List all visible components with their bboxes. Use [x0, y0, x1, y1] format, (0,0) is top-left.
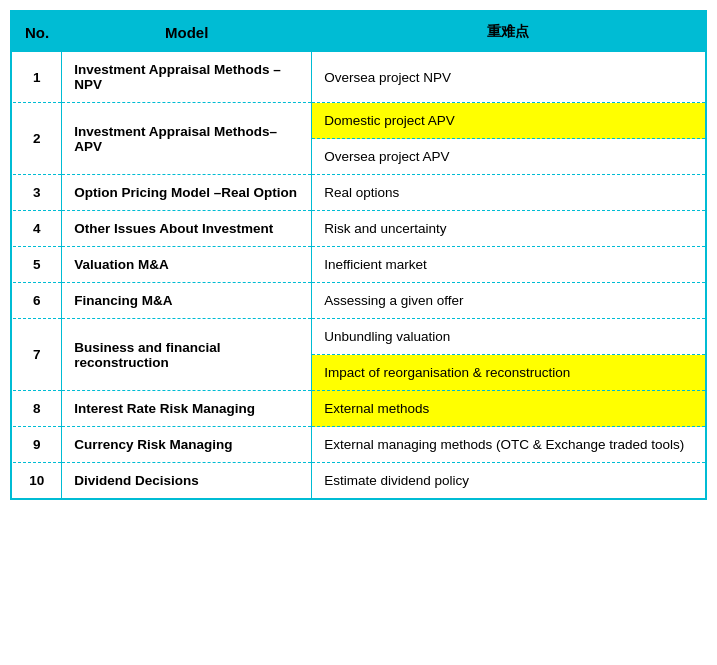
- cell-model: Investment Appraisal Methods –NPV: [62, 52, 312, 103]
- cell-no: 9: [13, 427, 62, 463]
- cell-no: 2: [13, 103, 62, 175]
- cell-no: 3: [13, 175, 62, 211]
- cell-no: 5: [13, 247, 62, 283]
- cell-detail: Oversea project APV: [312, 139, 705, 175]
- table-row: 10Dividend DecisionsEstimate dividend po…: [13, 463, 705, 499]
- cell-detail: External methods: [312, 391, 705, 427]
- cell-no: 4: [13, 211, 62, 247]
- cell-detail: Risk and uncertainty: [312, 211, 705, 247]
- header-no: No.: [13, 13, 62, 52]
- cell-detail: Domestic project APV: [312, 103, 705, 139]
- table-body: 1Investment Appraisal Methods –NPVOverse…: [13, 52, 705, 499]
- table-header-row: No. Model 重难点: [13, 13, 705, 52]
- main-table: No. Model 重难点 1Investment Appraisal Meth…: [12, 12, 705, 498]
- table-row: 1Investment Appraisal Methods –NPVOverse…: [13, 52, 705, 103]
- header-model: Model: [62, 13, 312, 52]
- cell-detail: Assessing a given offer: [312, 283, 705, 319]
- table-row: 4Other Issues About InvestmentRisk and u…: [13, 211, 705, 247]
- cell-no: 8: [13, 391, 62, 427]
- main-table-wrapper: No. Model 重难点 1Investment Appraisal Meth…: [10, 10, 707, 500]
- cell-detail: Inefficient market: [312, 247, 705, 283]
- table-row: 3Option Pricing Model –Real OptionReal o…: [13, 175, 705, 211]
- cell-detail: Unbundling valuation: [312, 319, 705, 355]
- cell-detail: External managing methods (OTC & Exchang…: [312, 427, 705, 463]
- cell-detail: Estimate dividend policy: [312, 463, 705, 499]
- table-row: 5Valuation M&AInefficient market: [13, 247, 705, 283]
- table-row: 7Business and financial reconstructionUn…: [13, 319, 705, 355]
- cell-model: Other Issues About Investment: [62, 211, 312, 247]
- cell-no: 1: [13, 52, 62, 103]
- cell-detail: Oversea project NPV: [312, 52, 705, 103]
- cell-detail: Impact of reorganisation & reconstructio…: [312, 355, 705, 391]
- cell-model: Currency Risk Managing: [62, 427, 312, 463]
- cell-model: Interest Rate Risk Managing: [62, 391, 312, 427]
- cell-model: Valuation M&A: [62, 247, 312, 283]
- header-zhongnan: 重难点: [312, 13, 705, 52]
- cell-no: 7: [13, 319, 62, 391]
- cell-no: 10: [13, 463, 62, 499]
- table-row: 9Currency Risk ManagingExternal managing…: [13, 427, 705, 463]
- cell-model: Financing M&A: [62, 283, 312, 319]
- cell-model: Investment Appraisal Methods–APV: [62, 103, 312, 175]
- cell-model: Business and financial reconstruction: [62, 319, 312, 391]
- cell-model: Option Pricing Model –Real Option: [62, 175, 312, 211]
- cell-no: 6: [13, 283, 62, 319]
- cell-model: Dividend Decisions: [62, 463, 312, 499]
- table-row: 8Interest Rate Risk ManagingExternal met…: [13, 391, 705, 427]
- table-row: 6Financing M&AAssessing a given offer: [13, 283, 705, 319]
- table-row: 2Investment Appraisal Methods–APVDomesti…: [13, 103, 705, 139]
- cell-detail: Real options: [312, 175, 705, 211]
